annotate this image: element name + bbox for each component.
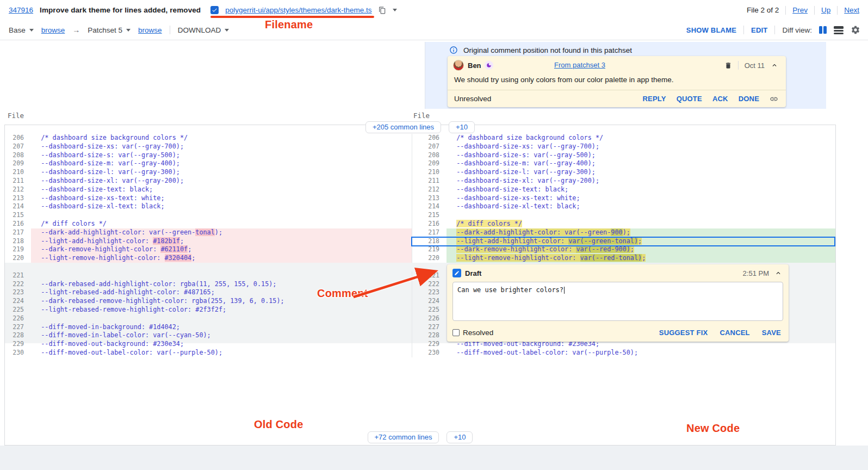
line-number-left[interactable]: 215 — [5, 211, 31, 220]
trash-icon[interactable] — [724, 61, 732, 70]
quote-button[interactable]: QUOTE — [677, 95, 702, 103]
collapse-chevron-up-icon[interactable] — [771, 61, 778, 69]
line-number-right[interactable]: 207 — [412, 143, 447, 151]
line-number-left[interactable]: 226 — [5, 314, 31, 323]
copy-path-icon[interactable] — [379, 7, 386, 14]
file-path-link[interactable]: polygerrit-ui/app/styles/themes/dark-the… — [225, 6, 371, 14]
line-number-left[interactable]: 208 — [5, 151, 31, 160]
line-number-right[interactable]: 217 — [412, 228, 447, 237]
line-number-right[interactable]: 219 — [412, 245, 447, 254]
browse-patchset-link[interactable]: browse — [138, 26, 162, 34]
thread-header: Ben From patchset 3 Oct 11 — [448, 56, 786, 72]
line-number-right[interactable]: 211 — [412, 177, 447, 185]
line-number-right[interactable]: 213 — [412, 194, 447, 203]
collapse-chevron-up-icon[interactable] — [774, 269, 782, 277]
line-number-right[interactable]: 223 — [412, 288, 447, 297]
line-number-right[interactable]: 220 — [412, 254, 447, 263]
draft-time: 2:51 PM — [743, 269, 769, 277]
prev-file-link[interactable]: Prev — [792, 6, 808, 14]
line-number-right[interactable]: 227 — [412, 323, 447, 332]
expand-common-lines-button[interactable]: +205 common lines — [365, 121, 441, 133]
diff-toolbar: Base browse → Patchset 5 browse DOWNLOAD… — [0, 20, 868, 40]
side-by-side-view-icon[interactable] — [819, 26, 827, 34]
line-number-left[interactable]: 227 — [5, 323, 31, 332]
line-number-left[interactable]: 216 — [5, 220, 31, 228]
done-button[interactable]: DONE — [739, 95, 759, 103]
line-number-right[interactable]: 228 — [412, 331, 447, 340]
line-number-right[interactable]: 214 — [412, 202, 447, 211]
expand-ten-lines-button[interactable]: +10 — [449, 121, 475, 133]
line-number-left[interactable]: 221 — [5, 271, 31, 280]
from-patchset-link[interactable]: From patchset 3 — [554, 61, 605, 69]
line-number-right[interactable]: 209 — [412, 159, 447, 168]
line-number-left[interactable]: 212 — [5, 185, 31, 194]
right-arrow-glyph: → — [72, 26, 80, 34]
line-number-right[interactable]: 208 — [412, 151, 447, 160]
line-number-left[interactable]: 214 — [5, 202, 31, 211]
line-number-right[interactable]: 210 — [412, 168, 447, 177]
line-number-left[interactable]: 222 — [5, 280, 31, 289]
line-number-left[interactable]: 230 — [5, 349, 31, 357]
line-number-right[interactable]: 206 — [412, 134, 447, 143]
ack-button[interactable]: ACK — [712, 95, 728, 103]
file-dropdown-caret[interactable] — [393, 9, 397, 11]
expand-common-lines-button[interactable]: +72 common lines — [368, 431, 439, 443]
next-file-link[interactable]: Next — [844, 6, 859, 14]
line-number-left[interactable]: 225 — [5, 306, 31, 314]
line-number-left[interactable]: 217 — [5, 228, 31, 237]
line-number-right[interactable]: 216 — [412, 220, 447, 228]
cancel-button[interactable]: CANCEL — [720, 329, 749, 337]
moon-status-icon — [485, 61, 493, 70]
line-number-right[interactable]: 224 — [412, 297, 447, 306]
line-number-right[interactable]: 225 — [412, 306, 447, 314]
text-cursor — [564, 287, 565, 294]
line-number-left[interactable]: 224 — [5, 297, 31, 306]
show-blame-button[interactable]: SHOW BLAME — [686, 26, 736, 34]
patchset-dropdown[interactable]: Patchset 5 — [88, 26, 131, 34]
line-number-left[interactable]: 210 — [5, 168, 31, 177]
expand-bottom-row: +72 common lines +10 — [5, 431, 835, 443]
line-number-left[interactable]: 218 — [5, 237, 31, 246]
edit-button[interactable]: EDIT — [751, 26, 767, 34]
line-number-left[interactable]: 211 — [5, 177, 31, 185]
link-icon[interactable] — [770, 95, 778, 103]
chevron-down-icon — [126, 29, 131, 32]
save-button[interactable]: SAVE — [762, 329, 781, 337]
code-line-left: --dashboard-size-m: var(--gray-400); — [31, 159, 412, 168]
code-line-right: /* diff colors */ — [447, 220, 835, 228]
line-number-left[interactable]: 213 — [5, 194, 31, 203]
code-line-right: --light-add-highlight-color: var(--green… — [447, 237, 835, 246]
reply-button[interactable]: REPLY — [642, 95, 666, 103]
line-number-right[interactable]: 226 — [412, 314, 447, 323]
resolved-checkbox[interactable] — [452, 329, 460, 336]
browse-base-link[interactable]: browse — [41, 26, 65, 34]
line-number-right[interactable]: 218 — [412, 237, 447, 246]
unified-view-icon[interactable] — [834, 26, 844, 34]
suggest-fix-button[interactable]: SUGGEST FIX — [659, 329, 708, 337]
line-number-left[interactable]: 228 — [5, 331, 31, 340]
code-line-right: /* dashboard size background colors */ — [447, 134, 835, 143]
line-number-left[interactable]: 220 — [5, 254, 31, 263]
line-number-left[interactable]: 223 — [5, 288, 31, 297]
line-number-left[interactable]: 206 — [5, 134, 31, 143]
draft-comment-input[interactable]: Can we use brighter colors? — [452, 282, 783, 321]
line-number-right[interactable]: 212 — [412, 185, 447, 194]
reviewed-checkbox[interactable] — [210, 6, 219, 14]
download-dropdown[interactable]: DOWNLOAD — [178, 26, 230, 34]
up-link[interactable]: Up — [821, 6, 830, 14]
code-line-left: --dashboard-size-xl: var(--gray-200); — [31, 177, 412, 185]
line-number-right[interactable]: 230 — [412, 349, 447, 357]
line-number-left[interactable]: 207 — [5, 143, 31, 151]
line-number-right[interactable]: 221 — [412, 271, 447, 280]
expand-ten-lines-button[interactable]: +10 — [447, 431, 473, 443]
code-line-right: --dashboard-size-l: var(--gray-300); — [447, 168, 835, 177]
line-number-left[interactable]: 219 — [5, 245, 31, 254]
line-number-right[interactable]: 229 — [412, 340, 447, 349]
base-patchset-dropdown[interactable]: Base — [9, 26, 34, 34]
line-number-left[interactable]: 209 — [5, 159, 31, 168]
line-number-right[interactable]: 215 — [412, 211, 447, 220]
line-number-right[interactable]: 222 — [412, 280, 447, 289]
change-number-link[interactable]: 347916 — [9, 6, 33, 14]
line-number-left[interactable]: 229 — [5, 340, 31, 349]
gear-icon[interactable] — [851, 25, 860, 35]
